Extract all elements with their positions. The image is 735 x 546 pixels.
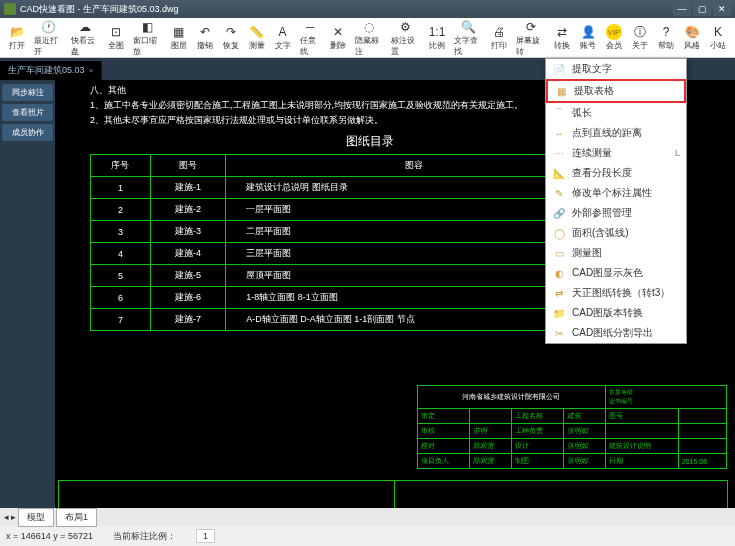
lower-frame bbox=[58, 480, 728, 508]
coordinates: x = 146614 y = 56721 bbox=[6, 531, 93, 541]
tab-label: 生产车间建筑05.03 bbox=[8, 64, 85, 77]
menu-item-天正图纸转换（转t3）[interactable]: ⇄天正图纸转换（转t3） bbox=[546, 283, 686, 303]
删除-icon: ✕ bbox=[330, 24, 346, 40]
menu-icon: ◐ bbox=[552, 266, 566, 280]
menu-item-弧长[interactable]: ⌒弧长 bbox=[546, 103, 686, 123]
全图-icon: ⊡ bbox=[108, 24, 124, 40]
menu-icon: ▦ bbox=[554, 84, 568, 98]
menu-icon: 🔗 bbox=[552, 206, 566, 220]
恢复-icon: ↷ bbox=[223, 24, 239, 40]
scale-value[interactable]: 1 bbox=[196, 529, 215, 543]
menu-item-点到直线的距离[interactable]: ↔点到直线的距离 bbox=[546, 123, 686, 143]
屏幕旋转-icon: ⟳ bbox=[523, 19, 539, 35]
tab-nav-left-icon[interactable]: ◂ bbox=[4, 512, 9, 522]
tool-文字[interactable]: A文字 bbox=[270, 23, 296, 52]
tool-小站[interactable]: K小站 bbox=[705, 23, 731, 52]
tool-文字查找[interactable]: 🔍文字查找 bbox=[450, 18, 487, 58]
frame-divider bbox=[394, 481, 395, 508]
menu-item-连续测量[interactable]: ⋯连续测量L bbox=[546, 143, 686, 163]
tool-账号[interactable]: 👤账号 bbox=[575, 23, 601, 52]
tool-撤销[interactable]: ↶撤销 bbox=[192, 23, 218, 52]
menu-icon: ✎ bbox=[552, 186, 566, 200]
menu-item-CAD图版本转换[interactable]: 📁CAD图版本转换 bbox=[546, 303, 686, 323]
minimize-button[interactable]: — bbox=[673, 2, 691, 16]
titleblock-row: 审定工程名称建筑图号 bbox=[418, 409, 727, 424]
tool-风格[interactable]: 🎨风格 bbox=[679, 23, 705, 52]
tool-快看云盘[interactable]: ☁快看云盘 bbox=[67, 18, 104, 58]
document-tab[interactable]: 生产车间建筑05.03 × bbox=[0, 61, 102, 80]
menu-icon: 📐 bbox=[552, 166, 566, 180]
隐藏标注-icon: ◌ bbox=[361, 19, 377, 35]
tool-关于[interactable]: ⓘ关于 bbox=[627, 23, 653, 52]
layout-tab-布局1[interactable]: 布局1 bbox=[56, 508, 97, 527]
menu-item-CAD图纸分割导出[interactable]: ✂CAD图纸分割导出 bbox=[546, 323, 686, 343]
tool-打印[interactable]: 🖨打印 bbox=[486, 23, 512, 52]
maximize-button[interactable]: ▢ bbox=[693, 2, 711, 16]
撤销-icon: ↶ bbox=[197, 24, 213, 40]
menu-icon: 📁 bbox=[552, 306, 566, 320]
tool-比例[interactable]: 1:1比例 bbox=[424, 23, 450, 52]
titlebar: CAD快速看图 - 生产车间建筑05.03.dwg — ▢ ✕ bbox=[0, 0, 735, 18]
menu-icon: 📄 bbox=[552, 62, 566, 76]
tool-隐藏标注[interactable]: ◌隐藏标注 bbox=[351, 18, 388, 58]
tool-帮助[interactable]: ?帮助 bbox=[653, 23, 679, 52]
tool-屏幕旋转[interactable]: ⟳屏幕旋转 bbox=[512, 18, 549, 58]
menu-item-外部参照管理[interactable]: 🔗外部参照管理 bbox=[546, 203, 686, 223]
tab-close-icon[interactable]: × bbox=[89, 66, 94, 75]
sidebar-成员协作[interactable]: 成员协作 bbox=[2, 124, 53, 141]
scale-label: 当前标注比例： bbox=[113, 530, 176, 543]
文字-icon: A bbox=[275, 24, 291, 40]
sidebar-同步标注[interactable]: 同步标注 bbox=[2, 84, 53, 101]
window-controls: — ▢ ✕ bbox=[673, 2, 731, 16]
会员-icon: VIP bbox=[606, 24, 622, 40]
close-button[interactable]: ✕ bbox=[713, 2, 731, 16]
menu-icon: ▭ bbox=[552, 246, 566, 260]
menu-item-提取文字[interactable]: 📄提取文字 bbox=[546, 59, 686, 79]
tool-测量[interactable]: 📏测量 bbox=[244, 23, 270, 52]
tool-窗口缩放[interactable]: ◧窗口缩放 bbox=[129, 18, 166, 58]
main-toolbar: 📂打开🕐最近打开☁快看云盘⊡全图◧窗口缩放▦图层↶撤销↷恢复📏测量A文字─任意线… bbox=[0, 18, 735, 58]
menu-item-修改单个标注属性[interactable]: ✎修改单个标注属性 bbox=[546, 183, 686, 203]
tool-恢复[interactable]: ↷恢复 bbox=[218, 23, 244, 52]
menu-item-查看分段长度[interactable]: 📐查看分段长度 bbox=[546, 163, 686, 183]
比例-icon: 1:1 bbox=[429, 24, 445, 40]
帮助-icon: ? bbox=[658, 24, 674, 40]
测量-icon: 📏 bbox=[249, 24, 265, 40]
tool-标注设置[interactable]: ⚙标注设置 bbox=[387, 18, 424, 58]
table-header: 图号 bbox=[150, 155, 225, 177]
sidebar-查看照片[interactable]: 查看照片 bbox=[2, 104, 53, 121]
menu-item-測量图[interactable]: ▭測量图 bbox=[546, 243, 686, 263]
标注设置-icon: ⚙ bbox=[398, 19, 414, 35]
menu-item-面积(含弧线)[interactable]: ◯面积(含弧线) bbox=[546, 223, 686, 243]
menu-item-CAD图显示灰色[interactable]: ◐CAD图显示灰色 bbox=[546, 263, 686, 283]
tab-nav-right-icon[interactable]: ▸ bbox=[11, 512, 16, 522]
图层-icon: ▦ bbox=[171, 24, 187, 40]
tool-全图[interactable]: ⊡全图 bbox=[103, 23, 129, 52]
layout-tab-模型[interactable]: 模型 bbox=[18, 508, 54, 527]
tool-打开[interactable]: 📂打开 bbox=[4, 23, 30, 52]
statusbar: x = 146614 y = 56721 当前标注比例： 1 bbox=[0, 526, 735, 546]
账号-icon: 👤 bbox=[580, 24, 596, 40]
快看云盘-icon: ☁ bbox=[77, 19, 93, 35]
menu-icon: ⌒ bbox=[552, 106, 566, 120]
window-title: CAD快速看图 - 生产车间建筑05.03.dwg bbox=[20, 3, 179, 16]
tool-最近打开[interactable]: 🕐最近打开 bbox=[30, 18, 67, 58]
titleblock-row: 审核苏明工种负责张明如 bbox=[418, 424, 727, 439]
company-name: 河南省城乡建筑设计院有限公司 bbox=[418, 386, 606, 409]
tool-会员[interactable]: VIP会员 bbox=[601, 23, 627, 52]
tool-转换[interactable]: ⇄转换 bbox=[549, 23, 575, 52]
tool-图层[interactable]: ▦图层 bbox=[166, 23, 192, 52]
table-header: 序号 bbox=[91, 155, 151, 177]
title-block: 河南省城乡建筑设计院有限公司资质等级证书编号 审定工程名称建筑图号审核苏明工种负… bbox=[417, 385, 727, 469]
文字查找-icon: 🔍 bbox=[460, 19, 476, 35]
titleblock-row: 校对陈双贤设计张明如建筑设计说明 bbox=[418, 439, 727, 454]
小站-icon: K bbox=[710, 24, 726, 40]
任意线-icon: ─ bbox=[302, 19, 318, 35]
tool-删除[interactable]: ✕删除 bbox=[325, 23, 351, 52]
关于-icon: ⓘ bbox=[632, 24, 648, 40]
menu-item-提取表格[interactable]: ▦提取表格 bbox=[546, 79, 686, 103]
tool-任意线[interactable]: ─任意线 bbox=[296, 18, 325, 58]
转换-icon: ⇄ bbox=[554, 24, 570, 40]
vip-dropdown-menu: 📄提取文字▦提取表格⌒弧长↔点到直线的距离⋯连续测量L📐查看分段长度✎修改单个标… bbox=[545, 58, 687, 344]
最近打开-icon: 🕐 bbox=[40, 19, 56, 35]
